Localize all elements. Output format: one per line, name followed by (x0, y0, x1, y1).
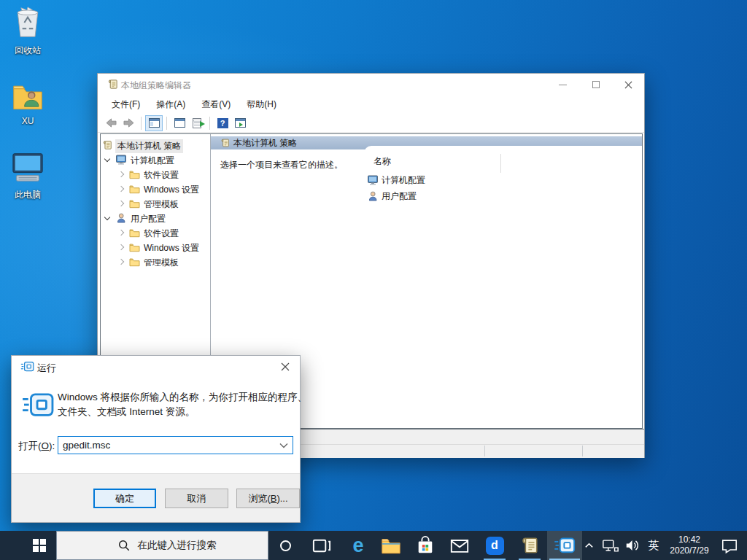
desktop-icon-user-folder[interactable]: XU (0, 83, 55, 126)
mail-button[interactable] (444, 531, 476, 560)
store-button[interactable] (409, 531, 441, 560)
action-center-icon (721, 537, 738, 554)
cancel-button[interactable]: 取消 (165, 489, 228, 508)
tree-item-label: Windows 设置 (142, 183, 201, 197)
chevron-right-icon[interactable] (118, 230, 124, 236)
gpedit-icon (107, 79, 118, 90)
minimize-icon (559, 85, 567, 85)
desktop-icon-recycle-bin[interactable]: 回收站 (0, 6, 55, 57)
menu-view[interactable]: 查看(V) (193, 96, 239, 114)
chevron-right-icon[interactable] (118, 259, 124, 265)
windows-logo-icon (33, 539, 46, 552)
browse-button[interactable]: 浏览(B)... (236, 489, 300, 508)
tree-item-windows-settings[interactable]: Windows 设置 (101, 240, 210, 254)
maximize-button[interactable] (579, 74, 612, 96)
tree-item-user-config[interactable]: 用户配置 (101, 211, 210, 225)
gpedit-taskbar-button[interactable] (513, 531, 546, 560)
run-titlebar[interactable]: 运行 (12, 356, 300, 378)
gpedit-titlebar[interactable]: 本地组策略编辑器 (98, 74, 644, 96)
chevron-down-icon[interactable] (104, 156, 110, 162)
console-tree-icon (149, 118, 160, 128)
tree-item-label: 本地计算机 策略 (115, 139, 183, 153)
volume-tray-button[interactable] (622, 531, 643, 560)
chevron-right-icon[interactable] (118, 171, 124, 177)
menu-file[interactable]: 文件(F) (104, 96, 148, 114)
run-taskbar-button[interactable] (547, 531, 582, 560)
help-icon: ? (217, 118, 228, 128)
show-action-pane-button[interactable] (231, 115, 249, 131)
menu-help[interactable]: 帮助(H) (239, 96, 285, 114)
minimize-button[interactable] (546, 74, 579, 96)
ime-indicator[interactable]: 英 (643, 531, 664, 560)
close-icon (624, 81, 632, 89)
explorer-icon (381, 537, 401, 555)
tree-item-software-settings[interactable]: 软件设置 (101, 167, 210, 182)
tree-item-label: 管理模板 (142, 198, 181, 211)
taskbar-clock[interactable]: 10:42 2020/7/29 (662, 531, 716, 560)
d-app-button[interactable]: d (478, 531, 511, 560)
scroll-icon (102, 140, 112, 150)
tree-item-label: 软件设置 (142, 227, 181, 241)
folder-icon (129, 170, 140, 179)
tree-item-windows-settings[interactable]: Windows 设置 (101, 182, 210, 196)
open-label-accesskey: O (42, 440, 50, 451)
forward-icon (123, 118, 135, 128)
properties-button[interactable] (171, 115, 188, 131)
chevron-right-icon[interactable] (118, 186, 124, 192)
clock-date: 2020/7/29 (670, 545, 708, 556)
task-view-icon (311, 535, 332, 556)
open-combobox-value[interactable]: gpedit.msc (63, 440, 279, 451)
cortana-button[interactable] (271, 531, 299, 560)
edge-button[interactable]: e (343, 531, 374, 560)
column-separator[interactable] (500, 154, 501, 173)
forward-button[interactable] (120, 115, 137, 131)
toolbar-separator (209, 117, 210, 130)
start-button[interactable] (23, 531, 56, 560)
browse-label-suffix: )... (276, 493, 287, 504)
file-explorer-button[interactable] (375, 531, 407, 560)
gpedit-icon (520, 536, 539, 555)
clock-time: 10:42 (678, 534, 700, 545)
tree-item-admin-templates[interactable]: 管理模板 (101, 254, 210, 269)
folder-icon (129, 228, 140, 238)
export-list-button[interactable] (188, 115, 206, 131)
chevron-right-icon[interactable] (118, 201, 124, 206)
action-center-button[interactable] (716, 531, 743, 560)
tree-item-software-settings[interactable]: 软件设置 (101, 225, 210, 240)
chevron-down-icon[interactable] (279, 443, 288, 448)
search-placeholder: 在此键入进行搜索 (138, 539, 217, 552)
tree-item-computer-config[interactable]: 计算机配置 (101, 152, 210, 167)
help-button[interactable]: ? (214, 115, 231, 131)
run-dialog: 运行 Windows 将根据你所输入的名称，为你打开相应的程序、 文件夹、文档或… (11, 355, 301, 523)
ok-button[interactable]: 确定 (93, 489, 156, 508)
network-tray-button[interactable] (600, 531, 622, 560)
column-header-name[interactable]: 名称 (374, 155, 391, 168)
open-combobox[interactable]: gpedit.msc (58, 436, 293, 454)
list-item-user-config[interactable]: 用户配置 (367, 189, 417, 203)
chevron-down-icon[interactable] (104, 214, 110, 220)
tree-item-local-computer-policy[interactable]: 本地计算机 策略 (101, 138, 210, 152)
open-label-suffix: ): (49, 440, 55, 451)
desktop-icon-label: 此电脑 (0, 189, 55, 201)
status-pane-divider (484, 446, 485, 456)
edge-icon: e (352, 536, 363, 556)
task-view-button[interactable] (306, 531, 336, 560)
taskbar-search-box[interactable]: 在此键入进行搜索 (56, 531, 268, 560)
recycle-bin-icon (12, 6, 44, 39)
action-pane-icon (235, 118, 246, 128)
tree-item-admin-templates[interactable]: 管理模板 (101, 196, 210, 211)
close-button[interactable] (268, 356, 301, 378)
folder-icon (129, 199, 140, 209)
menu-action[interactable]: 操作(A) (148, 96, 193, 114)
desktop-icon-this-pc[interactable]: 此电脑 (0, 150, 55, 201)
close-icon (281, 362, 290, 371)
back-button[interactable] (102, 115, 120, 131)
chevron-right-icon[interactable] (118, 244, 124, 250)
list-item-computer-config[interactable]: 计算机配置 (367, 173, 425, 187)
tray-expand-button[interactable] (579, 531, 598, 560)
window-title: 本地组策略编辑器 (121, 79, 191, 92)
open-label-prefix: 打开( (18, 440, 42, 451)
show-console-tree-button[interactable] (145, 115, 163, 131)
close-button[interactable] (612, 74, 645, 96)
browse-label-prefix: 浏览( (248, 492, 270, 505)
